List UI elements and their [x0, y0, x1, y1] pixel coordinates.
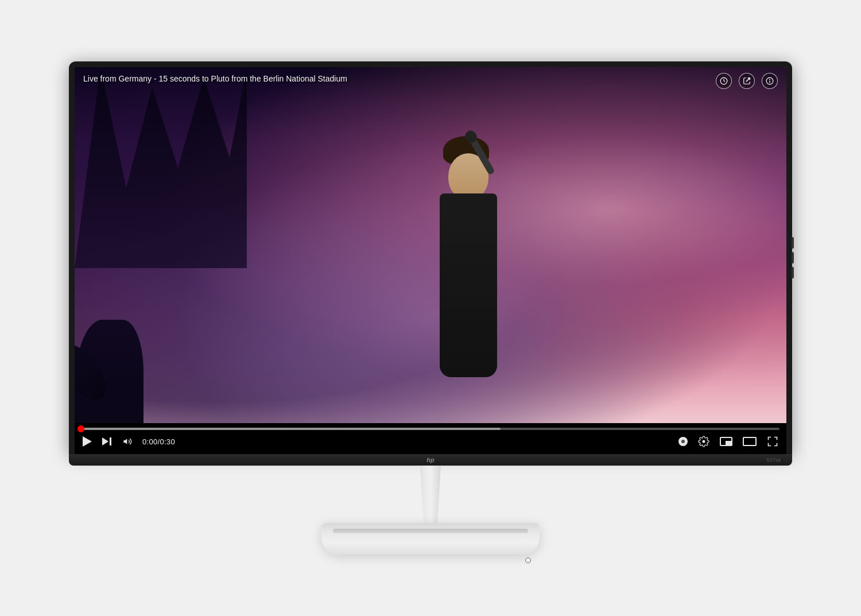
watch-later-button[interactable]: [716, 73, 732, 89]
progress-bar[interactable]: [82, 428, 779, 430]
volume-icon: [122, 437, 133, 446]
info-button[interactable]: [762, 73, 778, 89]
monitor-neck: [413, 466, 448, 523]
controls-bar: 0:00/0:30: [75, 423, 786, 454]
controls-right: [677, 435, 779, 448]
settings-button[interactable]: [697, 435, 711, 448]
theater-icon: [743, 437, 757, 446]
autoplay-button[interactable]: [677, 436, 689, 447]
video-player[interactable]: Live from Germany - 15 seconds to Pluto …: [75, 67, 786, 423]
theater-mode-button[interactable]: [742, 436, 758, 447]
monitor-model-label: 527sa: [766, 457, 781, 463]
monitor-body: Live from Germany - 15 seconds to Pluto …: [69, 61, 792, 454]
share-icon: [743, 77, 751, 85]
play-icon: [83, 436, 92, 447]
hp-logo: hp: [426, 456, 434, 463]
share-button[interactable]: [739, 73, 755, 89]
controls-left: 0:00/0:30: [82, 435, 175, 448]
fullscreen-icon: [767, 436, 778, 447]
controls-row: 0:00/0:30: [82, 435, 779, 448]
gear-icon: [698, 436, 709, 447]
monitor: Live from Germany - 15 seconds to Pluto …: [69, 61, 792, 555]
monitor-bottom-bezel: hp 527sa: [69, 454, 792, 466]
info-icon: [766, 77, 774, 85]
fullscreen-button[interactable]: [766, 435, 779, 448]
miniplayer-button[interactable]: [719, 436, 734, 447]
miniplayer-inner: [726, 441, 731, 445]
autoplay-inner: [681, 440, 685, 443]
side-button-2[interactable]: [792, 252, 794, 264]
side-button-3[interactable]: [792, 267, 794, 278]
video-title: Live from Germany - 15 seconds to Pluto …: [83, 74, 347, 83]
side-buttons: [792, 237, 794, 278]
monitor-base: [321, 523, 540, 555]
volume-button[interactable]: [121, 436, 134, 447]
crowd-arm: [75, 334, 116, 409]
skip-next-button[interactable]: [101, 436, 113, 447]
skip-triangle: [102, 437, 108, 445]
performer: [405, 136, 532, 377]
side-button-1[interactable]: [792, 237, 794, 249]
skip-icon: [102, 437, 111, 445]
skip-bar: [110, 437, 111, 445]
video-top-icons: [716, 73, 778, 89]
power-button[interactable]: [525, 557, 531, 563]
clock-icon: [720, 77, 728, 85]
time-display: 0:00/0:30: [142, 437, 175, 446]
performer-body: [440, 193, 497, 377]
crowd-person-left: [75, 320, 144, 423]
miniplayer-icon: [720, 437, 732, 446]
monitor-screen: Live from Germany - 15 seconds to Pluto …: [75, 67, 786, 454]
autoplay-icon: [678, 437, 688, 446]
progress-buffered: [82, 428, 501, 430]
play-button[interactable]: [82, 435, 93, 448]
